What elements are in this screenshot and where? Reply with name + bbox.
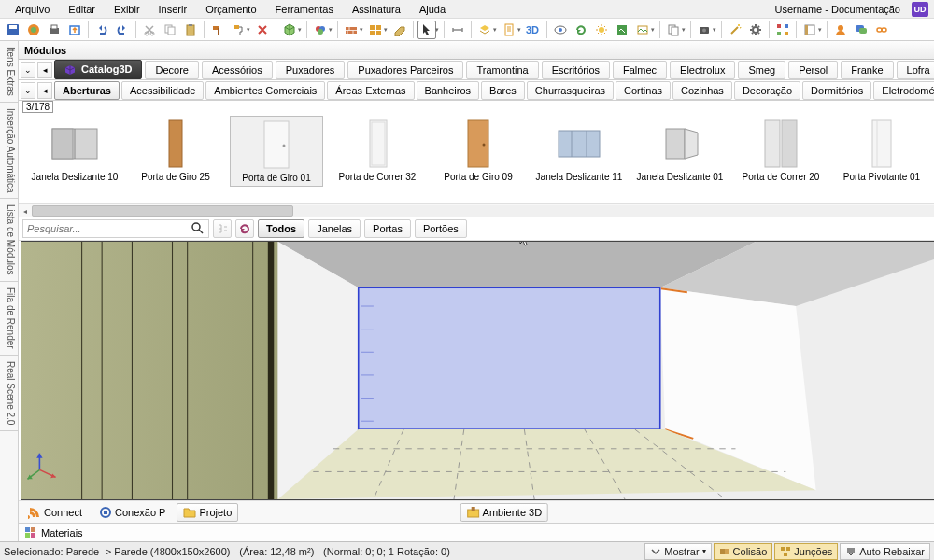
menu-assinatura[interactable]: Assinatura xyxy=(343,2,410,17)
cat-tab-escritorios[interactable]: Escritórios xyxy=(542,61,610,79)
materials-icon[interactable] xyxy=(311,21,330,39)
cattab-prev[interactable]: ◂ xyxy=(37,62,52,78)
render-icon[interactable] xyxy=(613,21,631,39)
subtab-prev[interactable]: ◂ xyxy=(37,82,52,99)
chat-icon[interactable] xyxy=(852,21,870,39)
menu-exibir[interactable]: Exibir xyxy=(105,2,149,17)
sub-tab-eletrodomesticos[interactable]: Eletrodomésticos xyxy=(873,81,934,100)
thumb-janela-deslizante-10[interactable]: Janela Deslizante 10 xyxy=(28,116,121,185)
menu-orcamento[interactable]: Orçamento xyxy=(196,2,265,17)
conexao-btn[interactable]: Conexão P xyxy=(93,504,171,521)
sub-tab-decoracao[interactable]: Decoração xyxy=(734,81,800,100)
thumb-porta-pivotante-01[interactable]: Porta Pivotante 01 xyxy=(835,116,928,185)
search-input[interactable] xyxy=(27,223,191,234)
colisao-toggle[interactable]: Colisão xyxy=(714,543,773,560)
cat-tab-smeg[interactable]: Smeg xyxy=(738,61,785,79)
doc-icon[interactable] xyxy=(500,21,518,39)
connect-btn[interactable]: Connect xyxy=(22,504,88,521)
cat-tab-acessorios[interactable]: Acessórios xyxy=(202,61,273,79)
filter-janelas[interactable]: Janelas xyxy=(308,219,361,238)
cube-icon[interactable] xyxy=(280,21,299,39)
eye-icon[interactable] xyxy=(551,21,570,39)
subtab-dropdown[interactable]: ⌄ xyxy=(21,82,35,99)
paint-icon[interactable] xyxy=(229,21,248,39)
user-badge[interactable]: UD xyxy=(912,2,928,17)
search-icon[interactable] xyxy=(191,222,205,235)
floor-icon[interactable] xyxy=(390,21,409,39)
mostrar-btn[interactable]: Mostrar▾ xyxy=(644,543,711,560)
tree-btn[interactable] xyxy=(213,219,232,238)
rail-itens-extras[interactable]: Itens Extras xyxy=(0,41,18,103)
redo-icon[interactable] xyxy=(113,21,132,39)
gear-icon[interactable] xyxy=(746,21,765,39)
globe-icon[interactable] xyxy=(24,21,43,39)
viewport-3d[interactable] xyxy=(21,241,934,500)
thumb-scrollbar[interactable]: ◂▸ xyxy=(19,203,934,217)
docs-icon[interactable] xyxy=(664,21,683,39)
menu-ajuda[interactable]: Ajuda xyxy=(410,2,455,17)
sub-tab-ambientes[interactable]: Ambientes Comerciais xyxy=(205,81,325,100)
materiais-tab[interactable]: Materiais xyxy=(19,523,934,541)
rail-lista-modulos[interactable]: Lista de Módulos xyxy=(0,199,18,282)
ambiente-3d-btn[interactable]: Ambiente 3D xyxy=(460,503,549,522)
cattab-dropdown[interactable]: ⌄ xyxy=(21,62,35,78)
view3d-icon[interactable]: 3D xyxy=(524,21,543,39)
refresh-btn[interactable] xyxy=(235,219,254,238)
rail-realscene[interactable]: Real Scene 2.0 xyxy=(0,356,18,431)
cat-tab-catalog3d[interactable]: Catalog3D xyxy=(54,60,142,79)
paste-icon[interactable] xyxy=(181,21,200,39)
rail-insercao[interactable]: Inserção Automática xyxy=(0,103,18,200)
cat-tab-puxadores-parc[interactable]: Puxadores Parceiros xyxy=(347,61,463,79)
cat-tab-tramontina[interactable]: Tramontina xyxy=(466,61,538,79)
thumb-porta-correr-20[interactable]: Porta de Correr 20 xyxy=(734,116,828,185)
print-icon[interactable] xyxy=(45,21,64,39)
image-icon[interactable] xyxy=(633,21,652,39)
auto-rebaixar-toggle[interactable]: Auto Rebaixar xyxy=(840,543,930,560)
cat-tab-franke[interactable]: Franke xyxy=(841,61,893,79)
camera-icon[interactable] xyxy=(695,21,714,39)
menu-arquivo[interactable]: Arquivo xyxy=(6,2,59,17)
projeto-btn[interactable]: Projeto xyxy=(177,503,238,522)
delete-icon[interactable] xyxy=(253,21,272,39)
grid-icon[interactable] xyxy=(366,21,385,39)
components-icon[interactable] xyxy=(773,21,792,39)
hammer-icon[interactable] xyxy=(208,21,227,39)
pointer-icon[interactable] xyxy=(417,21,436,39)
rail-fila-render[interactable]: Fila de Render xyxy=(0,282,18,356)
copy-icon[interactable] xyxy=(161,21,179,39)
menu-inserir[interactable]: Inserir xyxy=(149,2,197,17)
thumb-porta-giro-01[interactable]: Porta de Giro 01 xyxy=(230,116,323,187)
export-icon[interactable] xyxy=(65,21,84,39)
sub-tab-aberturas[interactable]: Aberturas xyxy=(54,81,120,100)
user-icon[interactable] xyxy=(831,21,850,39)
thumb-janela-deslizante-11[interactable]: Janela Deslizante 11 xyxy=(532,116,626,185)
menu-editar[interactable]: Editar xyxy=(59,2,105,17)
cat-tab-puxadores[interactable]: Puxadores xyxy=(276,61,346,79)
cat-tab-lofra[interactable]: Lofra xyxy=(897,61,934,79)
thumb-porta-giro-09[interactable]: Porta de Giro 09 xyxy=(432,116,525,185)
dimension-icon[interactable] xyxy=(448,21,467,39)
sub-tab-churrasqueiras[interactable]: Churrasqueiras xyxy=(527,81,614,100)
link-icon[interactable] xyxy=(872,21,891,39)
menu-ferramentas[interactable]: Ferramentas xyxy=(266,2,343,17)
sub-tab-banheiros[interactable]: Banheiros xyxy=(417,81,480,100)
thumb-janela-deslizante-01[interactable]: Janela Deslizante 01 xyxy=(633,116,727,185)
panel-icon[interactable] xyxy=(800,21,819,39)
thumb-porta-correr-32[interactable]: Porta de Correr 32 xyxy=(331,116,424,185)
cat-tab-electrolux[interactable]: Electrolux xyxy=(670,61,735,79)
layers-icon[interactable] xyxy=(475,21,494,39)
sub-tab-bares[interactable]: Bares xyxy=(481,81,525,100)
cut-icon[interactable] xyxy=(140,21,159,39)
refresh-icon[interactable] xyxy=(572,21,590,39)
filter-portoes[interactable]: Portões xyxy=(415,219,467,238)
juncoes-toggle[interactable]: Junções xyxy=(774,543,838,560)
sub-tab-acessibilidade[interactable]: Acessibilidade xyxy=(121,81,204,100)
cat-tab-persol[interactable]: Persol xyxy=(788,61,838,79)
sub-tab-cozinhas[interactable]: Cozinhas xyxy=(672,81,732,100)
cat-tab-falmec[interactable]: Falmec xyxy=(613,61,667,79)
sub-tab-dormitorios[interactable]: Dormitórios xyxy=(802,81,871,100)
filter-portas[interactable]: Portas xyxy=(364,219,411,238)
filter-todos[interactable]: Todos xyxy=(258,219,304,238)
sub-tab-cortinas[interactable]: Cortinas xyxy=(616,81,671,100)
sun-icon[interactable] xyxy=(592,21,611,39)
